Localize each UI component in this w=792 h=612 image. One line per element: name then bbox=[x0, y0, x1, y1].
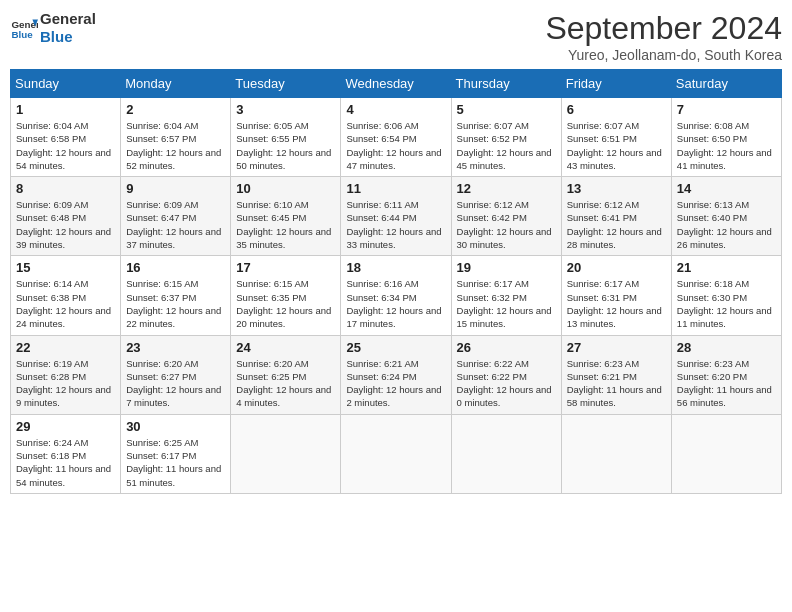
calendar-cell bbox=[451, 414, 561, 493]
logo-icon: General Blue bbox=[10, 14, 38, 42]
calendar-week-2: 8 Sunrise: 6:09 AM Sunset: 6:48 PM Dayli… bbox=[11, 177, 782, 256]
day-number: 21 bbox=[677, 260, 776, 275]
calendar-cell: 4 Sunrise: 6:06 AM Sunset: 6:54 PM Dayli… bbox=[341, 98, 451, 177]
calendar-cell: 25 Sunrise: 6:21 AM Sunset: 6:24 PM Dayl… bbox=[341, 335, 451, 414]
calendar-table: SundayMondayTuesdayWednesdayThursdayFrid… bbox=[10, 69, 782, 494]
day-info: Sunrise: 6:07 AM Sunset: 6:51 PM Dayligh… bbox=[567, 119, 666, 172]
day-number: 28 bbox=[677, 340, 776, 355]
calendar-cell: 19 Sunrise: 6:17 AM Sunset: 6:32 PM Dayl… bbox=[451, 256, 561, 335]
day-number: 26 bbox=[457, 340, 556, 355]
day-info: Sunrise: 6:09 AM Sunset: 6:48 PM Dayligh… bbox=[16, 198, 115, 251]
calendar-cell: 29 Sunrise: 6:24 AM Sunset: 6:18 PM Dayl… bbox=[11, 414, 121, 493]
calendar-cell: 21 Sunrise: 6:18 AM Sunset: 6:30 PM Dayl… bbox=[671, 256, 781, 335]
day-info: Sunrise: 6:15 AM Sunset: 6:35 PM Dayligh… bbox=[236, 277, 335, 330]
day-info: Sunrise: 6:10 AM Sunset: 6:45 PM Dayligh… bbox=[236, 198, 335, 251]
day-number: 27 bbox=[567, 340, 666, 355]
day-number: 15 bbox=[16, 260, 115, 275]
day-info: Sunrise: 6:04 AM Sunset: 6:58 PM Dayligh… bbox=[16, 119, 115, 172]
day-info: Sunrise: 6:09 AM Sunset: 6:47 PM Dayligh… bbox=[126, 198, 225, 251]
day-header-monday: Monday bbox=[121, 70, 231, 98]
location: Yureo, Jeollanam-do, South Korea bbox=[545, 47, 782, 63]
day-number: 4 bbox=[346, 102, 445, 117]
day-number: 7 bbox=[677, 102, 776, 117]
calendar-cell bbox=[561, 414, 671, 493]
day-number: 17 bbox=[236, 260, 335, 275]
day-number: 14 bbox=[677, 181, 776, 196]
day-info: Sunrise: 6:12 AM Sunset: 6:41 PM Dayligh… bbox=[567, 198, 666, 251]
day-number: 10 bbox=[236, 181, 335, 196]
calendar-cell: 26 Sunrise: 6:22 AM Sunset: 6:22 PM Dayl… bbox=[451, 335, 561, 414]
page-header: General Blue General Blue September 2024… bbox=[10, 10, 782, 63]
calendar-cell bbox=[671, 414, 781, 493]
calendar-cell: 5 Sunrise: 6:07 AM Sunset: 6:52 PM Dayli… bbox=[451, 98, 561, 177]
day-header-saturday: Saturday bbox=[671, 70, 781, 98]
month-title: September 2024 bbox=[545, 10, 782, 47]
day-number: 1 bbox=[16, 102, 115, 117]
calendar-week-1: 1 Sunrise: 6:04 AM Sunset: 6:58 PM Dayli… bbox=[11, 98, 782, 177]
calendar-cell: 24 Sunrise: 6:20 AM Sunset: 6:25 PM Dayl… bbox=[231, 335, 341, 414]
logo-blue: Blue bbox=[40, 28, 96, 46]
calendar-cell: 1 Sunrise: 6:04 AM Sunset: 6:58 PM Dayli… bbox=[11, 98, 121, 177]
calendar-week-3: 15 Sunrise: 6:14 AM Sunset: 6:38 PM Dayl… bbox=[11, 256, 782, 335]
day-info: Sunrise: 6:12 AM Sunset: 6:42 PM Dayligh… bbox=[457, 198, 556, 251]
day-number: 29 bbox=[16, 419, 115, 434]
calendar-cell: 8 Sunrise: 6:09 AM Sunset: 6:48 PM Dayli… bbox=[11, 177, 121, 256]
day-info: Sunrise: 6:17 AM Sunset: 6:32 PM Dayligh… bbox=[457, 277, 556, 330]
calendar-week-5: 29 Sunrise: 6:24 AM Sunset: 6:18 PM Dayl… bbox=[11, 414, 782, 493]
day-header-thursday: Thursday bbox=[451, 70, 561, 98]
day-number: 20 bbox=[567, 260, 666, 275]
day-number: 2 bbox=[126, 102, 225, 117]
day-info: Sunrise: 6:08 AM Sunset: 6:50 PM Dayligh… bbox=[677, 119, 776, 172]
calendar-cell: 23 Sunrise: 6:20 AM Sunset: 6:27 PM Dayl… bbox=[121, 335, 231, 414]
calendar-week-4: 22 Sunrise: 6:19 AM Sunset: 6:28 PM Dayl… bbox=[11, 335, 782, 414]
day-number: 13 bbox=[567, 181, 666, 196]
day-info: Sunrise: 6:23 AM Sunset: 6:20 PM Dayligh… bbox=[677, 357, 776, 410]
day-header-sunday: Sunday bbox=[11, 70, 121, 98]
calendar-cell: 27 Sunrise: 6:23 AM Sunset: 6:21 PM Dayl… bbox=[561, 335, 671, 414]
day-info: Sunrise: 6:11 AM Sunset: 6:44 PM Dayligh… bbox=[346, 198, 445, 251]
day-info: Sunrise: 6:04 AM Sunset: 6:57 PM Dayligh… bbox=[126, 119, 225, 172]
calendar-cell: 9 Sunrise: 6:09 AM Sunset: 6:47 PM Dayli… bbox=[121, 177, 231, 256]
calendar-cell bbox=[341, 414, 451, 493]
calendar-cell: 16 Sunrise: 6:15 AM Sunset: 6:37 PM Dayl… bbox=[121, 256, 231, 335]
day-info: Sunrise: 6:18 AM Sunset: 6:30 PM Dayligh… bbox=[677, 277, 776, 330]
day-number: 3 bbox=[236, 102, 335, 117]
day-info: Sunrise: 6:14 AM Sunset: 6:38 PM Dayligh… bbox=[16, 277, 115, 330]
day-number: 24 bbox=[236, 340, 335, 355]
day-number: 23 bbox=[126, 340, 225, 355]
logo: General Blue General Blue bbox=[10, 10, 96, 46]
day-number: 6 bbox=[567, 102, 666, 117]
day-info: Sunrise: 6:06 AM Sunset: 6:54 PM Dayligh… bbox=[346, 119, 445, 172]
day-number: 22 bbox=[16, 340, 115, 355]
day-info: Sunrise: 6:25 AM Sunset: 6:17 PM Dayligh… bbox=[126, 436, 225, 489]
calendar-cell: 20 Sunrise: 6:17 AM Sunset: 6:31 PM Dayl… bbox=[561, 256, 671, 335]
day-info: Sunrise: 6:21 AM Sunset: 6:24 PM Dayligh… bbox=[346, 357, 445, 410]
calendar-cell: 2 Sunrise: 6:04 AM Sunset: 6:57 PM Dayli… bbox=[121, 98, 231, 177]
day-info: Sunrise: 6:19 AM Sunset: 6:28 PM Dayligh… bbox=[16, 357, 115, 410]
calendar-cell: 22 Sunrise: 6:19 AM Sunset: 6:28 PM Dayl… bbox=[11, 335, 121, 414]
day-header-tuesday: Tuesday bbox=[231, 70, 341, 98]
day-info: Sunrise: 6:24 AM Sunset: 6:18 PM Dayligh… bbox=[16, 436, 115, 489]
day-number: 5 bbox=[457, 102, 556, 117]
day-number: 19 bbox=[457, 260, 556, 275]
day-info: Sunrise: 6:23 AM Sunset: 6:21 PM Dayligh… bbox=[567, 357, 666, 410]
calendar-cell: 12 Sunrise: 6:12 AM Sunset: 6:42 PM Dayl… bbox=[451, 177, 561, 256]
calendar-cell: 13 Sunrise: 6:12 AM Sunset: 6:41 PM Dayl… bbox=[561, 177, 671, 256]
day-number: 11 bbox=[346, 181, 445, 196]
day-info: Sunrise: 6:20 AM Sunset: 6:27 PM Dayligh… bbox=[126, 357, 225, 410]
calendar-cell: 18 Sunrise: 6:16 AM Sunset: 6:34 PM Dayl… bbox=[341, 256, 451, 335]
day-number: 8 bbox=[16, 181, 115, 196]
day-number: 18 bbox=[346, 260, 445, 275]
day-info: Sunrise: 6:13 AM Sunset: 6:40 PM Dayligh… bbox=[677, 198, 776, 251]
calendar-cell: 30 Sunrise: 6:25 AM Sunset: 6:17 PM Dayl… bbox=[121, 414, 231, 493]
day-header-friday: Friday bbox=[561, 70, 671, 98]
day-number: 16 bbox=[126, 260, 225, 275]
day-number: 25 bbox=[346, 340, 445, 355]
day-info: Sunrise: 6:05 AM Sunset: 6:55 PM Dayligh… bbox=[236, 119, 335, 172]
calendar-cell bbox=[231, 414, 341, 493]
day-info: Sunrise: 6:17 AM Sunset: 6:31 PM Dayligh… bbox=[567, 277, 666, 330]
calendar-cell: 15 Sunrise: 6:14 AM Sunset: 6:38 PM Dayl… bbox=[11, 256, 121, 335]
svg-text:Blue: Blue bbox=[11, 29, 33, 40]
day-number: 12 bbox=[457, 181, 556, 196]
calendar-cell: 7 Sunrise: 6:08 AM Sunset: 6:50 PM Dayli… bbox=[671, 98, 781, 177]
